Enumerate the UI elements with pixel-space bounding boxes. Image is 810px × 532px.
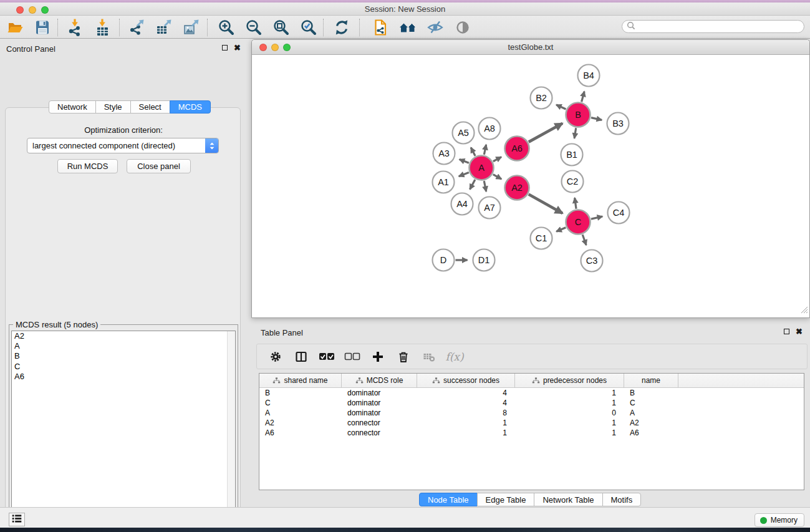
- node-B3[interactable]: B3: [607, 113, 629, 135]
- close-panel-icon[interactable]: ✖: [234, 45, 241, 51]
- node-A3[interactable]: A3: [433, 143, 455, 165]
- show-all-icon[interactable]: [453, 17, 473, 37]
- table-cell[interactable]: A6: [624, 428, 678, 437]
- network-window-titlebar[interactable]: testGlobe.txt: [252, 40, 809, 55]
- table-cell[interactable]: A2: [259, 418, 342, 427]
- table-cell[interactable]: B: [259, 389, 342, 397]
- refresh-layout-icon[interactable]: [332, 17, 352, 37]
- memory-button[interactable]: Memory: [755, 513, 804, 527]
- search-input[interactable]: [636, 22, 804, 32]
- float-table-panel-icon[interactable]: [784, 329, 789, 334]
- node-A8[interactable]: A8: [479, 118, 501, 140]
- tab-motifs[interactable]: Motifs: [602, 493, 642, 506]
- deselect-all-columns-icon[interactable]: [344, 349, 360, 365]
- table-cell[interactable]: 1: [515, 418, 624, 427]
- zoom-fit-icon[interactable]: [271, 17, 291, 37]
- first-neighbors-icon[interactable]: [398, 17, 418, 37]
- node-D[interactable]: D: [433, 249, 455, 271]
- column-header-successor-nodes[interactable]: successor nodes: [417, 374, 515, 387]
- table-cell[interactable]: 1: [515, 399, 624, 407]
- edge-A-A1[interactable]: [459, 173, 469, 177]
- edge-C-C4[interactable]: [591, 216, 602, 219]
- column-header-name[interactable]: name: [624, 374, 678, 387]
- table-cell[interactable]: dominator: [342, 409, 417, 417]
- import-network-icon[interactable]: [65, 17, 85, 37]
- zoom-selected-icon[interactable]: [299, 17, 319, 37]
- node-A4[interactable]: A4: [451, 193, 473, 215]
- column-header-MCDS-role[interactable]: MCDS role: [342, 374, 417, 387]
- edge-A-A6[interactable]: [493, 157, 501, 162]
- table-row[interactable]: A2connector11A2: [259, 418, 804, 428]
- tab-node-table[interactable]: Node Table: [419, 493, 478, 506]
- mcds-result-item[interactable]: A: [12, 341, 235, 351]
- node-B1[interactable]: B1: [561, 144, 583, 166]
- edge-A-A8[interactable]: [484, 145, 486, 155]
- table-row[interactable]: Cdominator41C: [259, 398, 804, 408]
- tab-network-table[interactable]: Network Table: [534, 493, 602, 506]
- network-canvas[interactable]: AA1A2A3A4A5A6A7A8BB1B2B3B4CC1C2C3C4DD1: [253, 55, 809, 317]
- edge-B-B4[interactable]: [582, 92, 584, 102]
- float-panel-icon[interactable]: [222, 45, 228, 51]
- edge-A-A7[interactable]: [484, 181, 486, 191]
- node-C1[interactable]: C1: [531, 228, 552, 249]
- node-A[interactable]: A: [470, 156, 494, 180]
- edge-A-A2[interactable]: [493, 175, 501, 180]
- import-table-icon[interactable]: [92, 17, 112, 37]
- table-cell[interactable]: A6: [259, 428, 342, 437]
- close-table-panel-icon[interactable]: ✖: [796, 329, 803, 334]
- export-table-icon[interactable]: [154, 17, 174, 37]
- column-header-shared-name[interactable]: shared name: [259, 374, 342, 387]
- table-row[interactable]: Bdominator41B: [259, 388, 804, 398]
- node-A2[interactable]: A2: [505, 176, 529, 200]
- edge-B-B2[interactable]: [556, 105, 566, 109]
- tab-select[interactable]: Select: [130, 100, 170, 114]
- table-settings-icon[interactable]: [268, 349, 284, 365]
- table-row[interactable]: Adominator80A: [259, 408, 804, 418]
- scrollbar-track[interactable]: [227, 331, 235, 532]
- node-C[interactable]: C: [566, 210, 591, 235]
- table-cell[interactable]: 0: [515, 409, 624, 417]
- node-B[interactable]: B: [566, 103, 591, 127]
- table-cell[interactable]: B: [624, 389, 678, 397]
- table-cell[interactable]: dominator: [342, 389, 417, 397]
- mcds-result-item[interactable]: A6: [12, 372, 235, 382]
- select-all-columns-icon[interactable]: [319, 349, 335, 365]
- search-field[interactable]: [622, 20, 804, 33]
- edge-C-C2[interactable]: [575, 198, 576, 208]
- node-D1[interactable]: D1: [473, 249, 495, 271]
- table-cell[interactable]: 1: [515, 428, 624, 437]
- table-cell[interactable]: dominator: [342, 399, 417, 407]
- edge-C-C3[interactable]: [582, 235, 586, 245]
- edge-A2-C[interactable]: [529, 195, 562, 214]
- tab-edge-table[interactable]: Edge Table: [477, 493, 535, 506]
- tab-network[interactable]: Network: [49, 100, 96, 114]
- edge-A-A5[interactable]: [471, 148, 475, 156]
- add-column-icon[interactable]: [370, 349, 386, 365]
- run-mcds-button[interactable]: Run MCDS: [57, 159, 118, 173]
- table-cell[interactable]: 1: [417, 428, 515, 437]
- edge-B-B1[interactable]: [574, 128, 576, 138]
- edge-A6-B[interactable]: [529, 123, 562, 142]
- table-cell[interactable]: A: [624, 409, 678, 417]
- table-cell[interactable]: A2: [624, 418, 678, 427]
- table-cell[interactable]: connector: [342, 418, 417, 427]
- node-B4[interactable]: B4: [578, 65, 600, 87]
- open-session-icon[interactable]: [5, 17, 25, 37]
- table-cell[interactable]: 4: [417, 399, 515, 407]
- export-network-icon[interactable]: [127, 17, 147, 37]
- export-image-icon[interactable]: [181, 17, 201, 37]
- table-cell[interactable]: A: [259, 409, 342, 417]
- table-row[interactable]: A6connector11A6: [259, 428, 804, 438]
- tab-mcds[interactable]: MCDS: [170, 100, 211, 114]
- node-C4[interactable]: C4: [608, 202, 630, 224]
- node-A5[interactable]: A5: [453, 122, 475, 144]
- tab-style[interactable]: Style: [95, 100, 131, 114]
- edge-B-B3[interactable]: [591, 118, 602, 120]
- node-A7[interactable]: A7: [479, 197, 501, 219]
- table-cell[interactable]: 1: [417, 418, 515, 427]
- zoom-in-icon[interactable]: [216, 17, 236, 37]
- delete-column-icon[interactable]: [395, 349, 412, 365]
- resize-grip-icon[interactable]: [800, 305, 808, 316]
- save-session-icon[interactable]: [32, 17, 52, 37]
- node-B2[interactable]: B2: [531, 87, 552, 109]
